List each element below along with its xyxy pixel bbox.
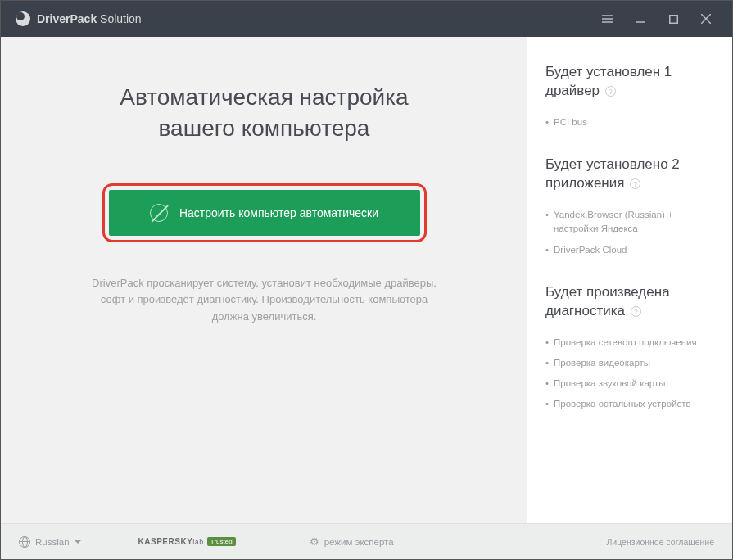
cta-highlight-frame: Настроить компьютер автоматически	[102, 183, 427, 242]
close-button[interactable]	[690, 1, 722, 37]
sidebar-section-drivers: Будет установлен 1 драйвер ? PCI bus	[545, 63, 714, 133]
sidebar: Будет установлен 1 драйвер ? PCI bus Буд…	[527, 37, 732, 523]
list-item: PCI bus	[545, 112, 714, 133]
sidebar-heading: Будет установлено 2 приложения ?	[545, 156, 714, 193]
window-controls	[591, 1, 722, 37]
expert-mode-toggle[interactable]: ⚙ режим эксперта	[310, 535, 394, 548]
maximize-button[interactable]	[657, 1, 690, 37]
license-link[interactable]: Лицензионное соглашение	[606, 537, 714, 547]
expert-mode-label: режим эксперта	[324, 537, 394, 547]
disc-icon	[150, 204, 168, 222]
titlebar: DriverPack Solution	[1, 1, 732, 37]
help-icon[interactable]: ?	[605, 86, 616, 97]
language-label: Russian	[35, 537, 70, 547]
sidebar-section-diagnostics: Будет произведена диагностика ? Проверка…	[545, 283, 714, 415]
footer: Russian KASPERSKYlab Trusted ⚙ режим экс…	[1, 523, 732, 559]
maximize-icon	[669, 15, 678, 24]
list-item: Yandex.Browser (Russian) + настройки Янд…	[545, 205, 714, 240]
svg-rect-4	[669, 15, 677, 23]
cta-label: Настроить компьютер автоматически	[179, 206, 378, 219]
help-icon[interactable]: ?	[631, 306, 641, 317]
sidebar-heading: Будет установлен 1 драйвер ?	[545, 63, 714, 101]
sidebar-section-apps: Будет установлено 2 приложения ? Yandex.…	[545, 156, 714, 260]
list-item: Проверка видеокарты	[545, 353, 714, 373]
minimize-icon	[636, 14, 645, 24]
list-item: Проверка сетевого подключения	[545, 332, 714, 353]
main-description: DriverPack просканирует систему, установ…	[84, 275, 445, 326]
language-selector[interactable]: Russian	[19, 536, 81, 548]
sidebar-heading: Будет произведена диагностика ?	[545, 283, 714, 321]
kaspersky-badge: KASPERSKYlab Trusted	[138, 537, 236, 546]
app-title: DriverPack Solution	[37, 12, 142, 25]
gear-icon: ⚙	[310, 535, 319, 548]
hamburger-icon	[602, 15, 613, 23]
chevron-down-icon	[75, 540, 81, 544]
main-panel: Автоматическая настройка вашего компьюте…	[1, 37, 527, 523]
list-item: Проверка звуковой карты	[545, 373, 714, 394]
logo-icon	[16, 11, 30, 26]
close-icon	[701, 14, 711, 24]
help-icon[interactable]: ?	[630, 178, 640, 189]
menu-button[interactable]	[591, 1, 624, 37]
minimize-button[interactable]	[624, 1, 657, 37]
globe-icon	[19, 536, 30, 548]
list-item: Проверка остальных устройств	[545, 394, 714, 414]
app-logo: DriverPack Solution	[16, 11, 142, 26]
page-title: Автоматическая настройка вашего компьюте…	[120, 82, 408, 144]
configure-automatically-button[interactable]: Настроить компьютер автоматически	[109, 190, 420, 236]
list-item: DriverPack Cloud	[545, 240, 714, 260]
app-window: DriverPack Solution Автоматическая настр…	[0, 0, 733, 560]
